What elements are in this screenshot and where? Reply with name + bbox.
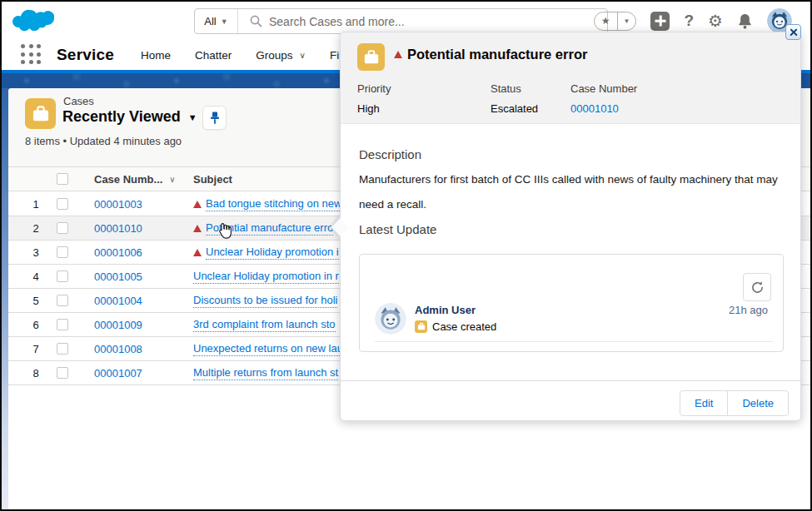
row-number: 4 bbox=[23, 270, 48, 283]
list-view-name[interactable]: Recently Viewed bbox=[62, 108, 181, 126]
subject-link[interactable]: Unclear Holiday promotion i bbox=[206, 246, 339, 260]
case-number-link[interactable]: 00001010 bbox=[570, 102, 637, 115]
case-number-link[interactable]: 00001009 bbox=[94, 319, 142, 331]
row-number: 3 bbox=[23, 246, 48, 259]
row-number: 8 bbox=[23, 367, 48, 380]
subject-link[interactable]: Unexpected returns on new lau bbox=[193, 342, 343, 356]
refresh-button[interactable] bbox=[743, 273, 771, 301]
refresh-icon bbox=[750, 280, 765, 295]
close-icon[interactable] bbox=[785, 24, 801, 40]
row-number: 6 bbox=[23, 319, 48, 331]
tab-home[interactable]: Home bbox=[141, 49, 171, 62]
row-checkbox[interactable] bbox=[57, 198, 68, 210]
app-launcher-icon[interactable] bbox=[21, 44, 42, 66]
row-checkbox[interactable] bbox=[57, 270, 68, 282]
case-number-link[interactable]: 00001008 bbox=[94, 343, 142, 355]
plus-icon[interactable] bbox=[650, 12, 670, 31]
row-checkbox[interactable] bbox=[57, 246, 68, 258]
case-number-link[interactable]: 00001006 bbox=[94, 246, 142, 259]
view-selector-caret-icon[interactable]: ▼ bbox=[188, 112, 197, 122]
latest-update-heading: Latest Update bbox=[359, 222, 436, 236]
sort-chevron-icon: ∨ bbox=[169, 175, 175, 184]
feed-divider bbox=[375, 341, 773, 342]
feed-author-link[interactable]: Admin User bbox=[415, 304, 476, 316]
case-number-link[interactable]: 00001005 bbox=[94, 270, 142, 283]
subject-link[interactable]: Discounts to be issued for holi bbox=[193, 294, 337, 308]
escalated-icon bbox=[193, 225, 202, 232]
search-scope-selector[interactable]: All ▼ bbox=[195, 9, 238, 33]
row-checkbox[interactable] bbox=[57, 295, 68, 306]
bell-icon[interactable] bbox=[737, 12, 753, 30]
pin-icon bbox=[209, 112, 221, 125]
subject-link[interactable]: Bad tongue stitching on new bbox=[206, 197, 341, 211]
app-window: All ▼ ★ ▼ ? ⚙ bbox=[0, 0, 812, 511]
delete-button[interactable]: Delete bbox=[727, 390, 789, 416]
list-meta: 8 items • Updated 4 minutes ago bbox=[25, 135, 182, 147]
tab-groups[interactable]: Groups∨ bbox=[256, 49, 306, 62]
star-icon[interactable]: ★ bbox=[595, 12, 617, 30]
search-icon bbox=[250, 15, 262, 27]
column-header-case-number[interactable]: Case Numb... ∨ bbox=[94, 173, 176, 186]
case-object-icon bbox=[25, 98, 56, 129]
field-status: Status Escalated bbox=[491, 82, 538, 115]
case-preview-popup: Potential manufacture error Priority Hig… bbox=[340, 32, 801, 421]
case-number-link[interactable]: 00001003 bbox=[94, 198, 142, 211]
nav-tabs: Home Chatter Groups∨ Files bbox=[141, 49, 353, 62]
row-checkbox[interactable] bbox=[57, 319, 68, 330]
subject-link[interactable]: Unclear Holiday promotion in r bbox=[193, 270, 339, 284]
field-case-number: Case Number 00001010 bbox=[570, 82, 637, 115]
row-checkbox[interactable] bbox=[57, 367, 68, 379]
row-number: 2 bbox=[23, 222, 48, 235]
row-checkbox[interactable] bbox=[57, 343, 68, 355]
escalated-icon bbox=[193, 201, 202, 208]
field-value: High bbox=[357, 102, 391, 115]
case-object-icon bbox=[357, 43, 385, 71]
row-number: 7 bbox=[23, 343, 48, 355]
header-actions: ★ ▼ ? ⚙ bbox=[594, 8, 792, 33]
field-label: Case Number bbox=[570, 82, 637, 95]
case-mini-icon bbox=[415, 320, 427, 333]
chevron-down-icon: ▼ bbox=[221, 17, 228, 26]
description-heading: Description bbox=[359, 147, 421, 161]
case-number-link[interactable]: 00001007 bbox=[94, 367, 142, 380]
escalated-icon bbox=[193, 249, 202, 256]
feed-avatar[interactable] bbox=[375, 303, 406, 335]
global-search: All ▼ bbox=[194, 8, 608, 34]
popup-title: Potential manufacture error bbox=[407, 47, 587, 62]
escalated-icon bbox=[394, 51, 402, 58]
search-scope-label: All bbox=[204, 15, 216, 27]
app-name: Service bbox=[57, 46, 114, 64]
gear-icon[interactable]: ⚙ bbox=[708, 12, 723, 29]
case-number-link[interactable]: 00001004 bbox=[94, 295, 142, 307]
case-number-link[interactable]: 00001010 bbox=[94, 222, 142, 235]
pin-list-view-button[interactable] bbox=[202, 106, 227, 130]
row-number: 1 bbox=[23, 198, 48, 211]
latest-update-card: Admin User Case created 21h ago bbox=[359, 254, 784, 352]
subject-link[interactable]: Multiple returns from launch st bbox=[193, 366, 338, 380]
favorites-caret-icon[interactable]: ▼ bbox=[617, 12, 636, 30]
chevron-down-icon: ∨ bbox=[300, 51, 306, 60]
field-priority: Priority High bbox=[357, 82, 391, 115]
feed-timestamp-link[interactable]: 21h ago bbox=[729, 304, 768, 316]
row-checkbox[interactable] bbox=[57, 222, 68, 234]
search-input[interactable] bbox=[269, 15, 607, 28]
popup-header: Potential manufacture error Priority Hig… bbox=[341, 32, 800, 124]
edit-button[interactable]: Edit bbox=[680, 390, 728, 416]
description-text: Manufacturers for first batch of CC IIIs… bbox=[359, 167, 782, 217]
field-label: Status bbox=[491, 82, 538, 95]
row-number: 5 bbox=[23, 295, 48, 307]
subject-link[interactable]: Potential manufacture erro bbox=[206, 221, 333, 236]
field-label: Priority bbox=[357, 82, 391, 95]
subject-link[interactable]: 3rd complaint from launch sto bbox=[193, 318, 336, 332]
popup-footer: Edit Delete bbox=[341, 380, 800, 421]
favorites-button-group: ★ ▼ bbox=[594, 12, 637, 31]
question-icon[interactable]: ? bbox=[684, 12, 694, 30]
select-all-checkbox[interactable] bbox=[57, 173, 68, 185]
tab-chatter[interactable]: Chatter bbox=[195, 49, 232, 62]
column-header-subject[interactable]: Subject bbox=[193, 173, 232, 186]
entity-label: Cases bbox=[63, 95, 94, 107]
salesforce-logo-icon bbox=[12, 7, 54, 35]
field-value: Escalated bbox=[491, 102, 538, 115]
feed-event-text: Case created bbox=[432, 320, 496, 333]
